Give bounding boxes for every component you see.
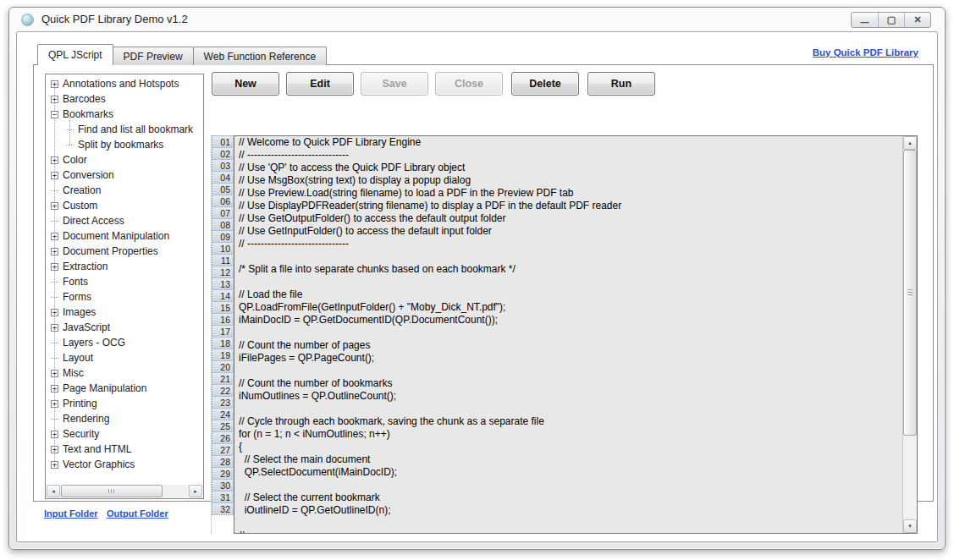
function-tree-panel: +Annotations and Hotspots+Barcodes−Bookm… — [45, 74, 204, 499]
tree-connector — [51, 282, 58, 283]
run-button[interactable]: Run — [587, 72, 655, 96]
close-button: Close — [435, 72, 503, 96]
code-editor[interactable]: // Welcome to Quick PDF Library Engine//… — [234, 135, 918, 534]
tree-item-label: JavaScript — [63, 321, 110, 333]
tree-item-fonts[interactable]: Fonts — [46, 274, 203, 289]
code-line: for (n = 1; n < iNumOutlines; n++) — [234, 428, 917, 441]
expand-icon[interactable]: + — [51, 309, 58, 316]
client-area: QPL JScriptPDF PreviewWeb Function Refer… — [16, 31, 938, 542]
tree-item-printing[interactable]: +Printing — [46, 396, 203, 411]
line-number-gutter: 0102030405060708091011121314151617181920… — [211, 135, 234, 534]
tree-item-rendering[interactable]: Rendering — [46, 411, 203, 426]
tree-item-layers-ocg[interactable]: Layers - OCG — [46, 335, 203, 350]
tab-qpl-jscript[interactable]: QPL JScript — [37, 44, 113, 65]
line-number: 02 — [212, 147, 234, 160]
code-line: // Use GetInputFolder() to access the de… — [234, 225, 917, 238]
tree-item-annotations-and-hotspots[interactable]: +Annotations and Hotspots — [46, 76, 203, 91]
code-line — [234, 517, 917, 530]
expand-icon[interactable]: + — [51, 248, 58, 255]
code-line: iFilePages = QP.PageCount(); — [234, 352, 917, 365]
tree-item-label: Annotations and Hotspots — [63, 78, 179, 90]
tree-item-javascript[interactable]: +JavaScript — [46, 320, 203, 335]
tree-scrollbar-thumb[interactable] — [61, 485, 163, 497]
expand-icon[interactable]: + — [51, 324, 58, 332]
tree-item-label: Custom — [63, 200, 97, 211]
edit-button[interactable]: Edit — [286, 72, 354, 96]
scroll-right-icon[interactable]: ► — [189, 485, 202, 497]
expand-icon[interactable]: + — [51, 202, 58, 210]
tree-item-extraction[interactable]: +Extraction — [46, 259, 203, 274]
tree-item-security[interactable]: +Security — [46, 426, 203, 442]
tree-item-color[interactable]: +Color — [46, 152, 203, 167]
scroll-up-icon[interactable]: ▲ — [903, 136, 917, 150]
line-number: 08 — [212, 218, 234, 231]
tree-item-conversion[interactable]: +Conversion — [46, 167, 203, 183]
tree-item-label: Layers - OCG — [63, 337, 125, 349]
tree-item-creation[interactable]: Creation — [46, 183, 203, 198]
tree-item-direct-access[interactable]: Direct Access — [46, 213, 203, 228]
tab-bar: QPL JScriptPDF PreviewWeb Function Refer… — [37, 44, 327, 65]
tree-item-document-properties[interactable]: +Document Properties — [46, 244, 203, 259]
output-folder-link[interactable]: Output Folder — [107, 508, 168, 519]
editor-vertical-scrollbar[interactable]: ▲ ▼ — [902, 136, 917, 533]
expand-icon[interactable]: + — [51, 233, 58, 240]
app-window: Quick PDF Library Demo v1.2 — ▢ ✕ QPL JS… — [8, 7, 946, 550]
expand-icon[interactable]: + — [51, 370, 58, 377]
tree-item-forms[interactable]: Forms — [46, 289, 203, 305]
expand-icon[interactable]: + — [51, 446, 58, 453]
tree-item-document-manipulation[interactable]: +Document Manipulation — [46, 228, 203, 244]
code-line — [234, 403, 917, 415]
code-line: // Select the main document — [234, 453, 917, 466]
line-number: 11 — [212, 254, 234, 266]
close-button[interactable]: ✕ — [904, 13, 930, 27]
tree-item-custom[interactable]: +Custom — [46, 198, 203, 213]
tree-item-images[interactable]: +Images — [46, 305, 203, 320]
tree-item-vector-graphics[interactable]: +Vector Graphics — [46, 457, 203, 472]
expand-icon[interactable]: + — [51, 156, 58, 164]
tree-item-label: Printing — [63, 398, 97, 409]
input-folder-link[interactable]: Input Folder — [44, 508, 98, 519]
collapse-icon[interactable]: − — [51, 111, 58, 118]
tree-item-label: Page Manipulation — [63, 382, 146, 394]
scroll-down-icon[interactable]: ▼ — [903, 519, 917, 533]
line-number: 06 — [212, 195, 234, 207]
code-line — [234, 250, 917, 263]
expand-icon[interactable]: + — [51, 385, 58, 393]
scroll-left-icon[interactable]: ◄ — [47, 485, 60, 497]
tree-item-barcodes[interactable]: +Barcodes — [46, 91, 203, 107]
expand-icon[interactable]: + — [51, 80, 58, 88]
tree-item-misc[interactable]: +Misc — [46, 365, 203, 381]
line-number: 31 — [212, 491, 234, 503]
line-number: 16 — [212, 313, 234, 326]
code-line: // Cycle through each bookmark, saving t… — [234, 415, 917, 428]
tree-horizontal-scrollbar[interactable]: ◄ ► — [47, 485, 202, 497]
expand-icon[interactable]: + — [51, 431, 58, 438]
tab-pdf-preview[interactable]: PDF Preview — [113, 47, 194, 65]
line-number: 30 — [212, 479, 234, 491]
expand-icon[interactable]: + — [51, 96, 58, 103]
code-line — [234, 276, 917, 288]
expand-icon[interactable]: + — [51, 400, 58, 408]
title-bar[interactable]: Quick PDF Library Demo v1.2 — ▢ ✕ — [9, 8, 945, 31]
expand-icon[interactable]: + — [51, 263, 58, 271]
tree-item-layout[interactable]: Layout — [46, 350, 203, 365]
expand-icon[interactable]: + — [51, 461, 58, 469]
line-number: 25 — [212, 420, 234, 432]
line-number: 23 — [212, 396, 234, 409]
tree-item-page-manipulation[interactable]: +Page Manipulation — [46, 381, 203, 396]
tree-item-label: Split by bookmarks — [78, 139, 163, 151]
minimize-button[interactable]: — — [852, 13, 878, 27]
tab-web-function-reference[interactable]: Web Function Reference — [193, 47, 328, 65]
maximize-button[interactable]: ▢ — [878, 13, 904, 27]
code-line: // Use DisplayPDFReader(string filename)… — [234, 200, 917, 212]
editor-scrollbar-thumb[interactable] — [903, 150, 917, 436]
expand-icon[interactable]: + — [51, 172, 58, 179]
buy-quick-pdf-library-link[interactable]: Buy Quick PDF Library — [813, 47, 918, 58]
tree-item-text-and-html[interactable]: +Text and HTML — [46, 442, 203, 457]
tree-item-label: Vector Graphics — [63, 458, 135, 470]
code-line: // Use 'QP' to access the Quick PDF Libr… — [234, 162, 917, 174]
delete-button[interactable]: Delete — [511, 72, 579, 96]
new-button[interactable]: New — [212, 72, 279, 96]
tree-item-label: Rendering — [63, 413, 109, 425]
code-line — [234, 327, 917, 339]
